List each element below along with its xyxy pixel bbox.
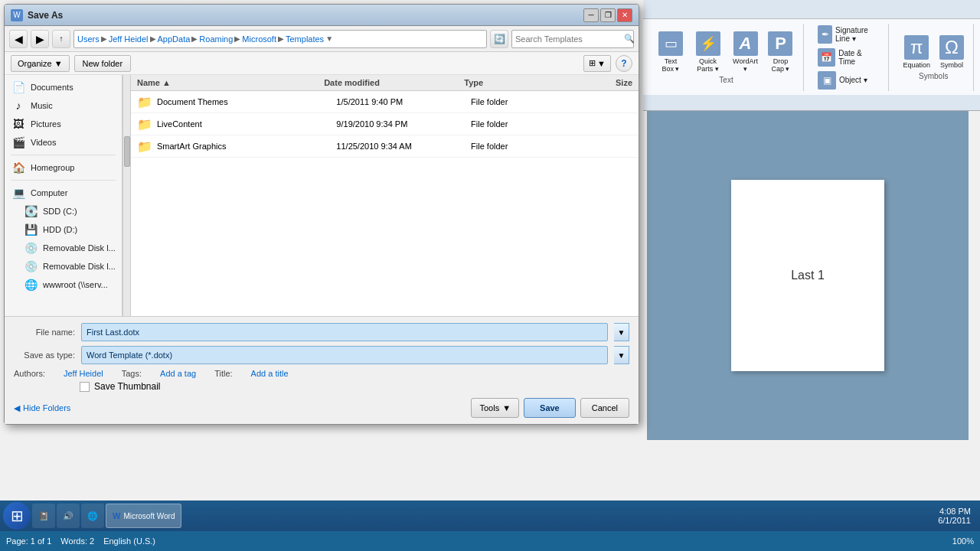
table-row[interactable]: 📁 SmartArt Graphics 11/25/2010 9:34 AM F… <box>131 135 639 158</box>
thumbnail-checkbox[interactable] <box>80 382 90 392</box>
title-value[interactable]: Add a title <box>251 369 289 378</box>
taskbar-clock: 4:08 PM 6/1/2011 <box>932 507 977 525</box>
back-button[interactable]: ◀ <box>9 30 28 48</box>
sidebar-item-pictures[interactable]: 🖼 Pictures <box>5 115 122 133</box>
sidebar-item-documents[interactable]: 📄 Documents <box>5 78 122 96</box>
quick-parts-button[interactable]: ⚡ Quick Parts ▾ <box>689 30 727 74</box>
savetype-input[interactable] <box>81 346 608 364</box>
status-bar: Page: 1 of 1 Words: 2 English (U.S.) 100… <box>0 531 980 551</box>
search-input[interactable] <box>515 34 621 44</box>
dialog-title-icon: W <box>11 9 23 21</box>
removable1-icon: 💿 <box>23 242 38 254</box>
filename-label: File name: <box>14 328 75 337</box>
wordart-label: WordArt ▾ <box>733 57 758 73</box>
sidebar-item-homegroup[interactable]: 🏠 Homegroup <box>5 158 122 177</box>
up-button[interactable]: ↑ <box>52 30 70 48</box>
sidebar-item-hdd[interactable]: 💾 HDD (D:) <box>5 220 122 239</box>
breadcrumb: Users ▶ Jeff Heidel ▶ AppData ▶ Roaming … <box>74 30 487 48</box>
word-taskbar-label: Microsoft Word <box>123 512 175 520</box>
tags-value[interactable]: Add a tag <box>160 369 196 378</box>
breadcrumb-jeff[interactable]: Jeff Heidel <box>109 34 149 44</box>
taskbar-item-2[interactable]: 🔊 <box>57 504 80 528</box>
col-name-header[interactable]: Name ▲ <box>137 78 324 87</box>
taskbar-item-3[interactable]: 🌐 <box>81 504 104 528</box>
sidebar-item-videos[interactable]: 🎬 Videos <box>5 133 122 152</box>
view-button[interactable]: ⊞ ▼ <box>583 55 611 72</box>
equation-button[interactable]: π Equation <box>900 34 933 70</box>
sidebar-item-music[interactable]: ♪ Music <box>5 96 122 115</box>
table-row[interactable]: 📁 Document Themes 1/5/2011 9:40 PM File … <box>131 91 639 113</box>
breadcrumb-users[interactable]: Users <box>77 34 100 44</box>
ribbon: ▭ Text Box ▾ ⚡ Quick Parts ▾ A WordArt ▾… <box>643 0 980 111</box>
left-panel-container: 📄 Documents ♪ Music 🖼 Pictures 🎬 Videos <box>5 75 131 316</box>
new-folder-button[interactable]: New folder <box>74 55 132 72</box>
clock-date: 6/1/2011 <box>938 516 971 525</box>
authors-value[interactable]: Jeff Heidel <box>64 369 103 378</box>
meta-row: Authors: Jeff Heidel Tags: Add a tag Tit… <box>14 369 629 378</box>
file-name-1: LiveContent <box>157 119 336 129</box>
tools-button[interactable]: Tools ▼ <box>471 398 519 418</box>
breadcrumb-templates[interactable]: Templates <box>286 34 324 44</box>
tags-label: Tags: <box>122 369 142 378</box>
object-button[interactable]: ▣ Object ▾ <box>815 70 882 91</box>
date-time-label: Date & Time <box>838 49 879 66</box>
restore-button[interactable]: ❐ <box>600 8 616 22</box>
signature-line-button[interactable]: ✒ Signature Line ▾ <box>815 24 882 45</box>
file-type-1: File folder <box>471 119 560 129</box>
object-label: Object ▾ <box>839 76 867 84</box>
pictures-icon: 🖼 <box>11 118 26 130</box>
dialog-bottom: File name: ▼ Save as type: ▼ Authors: Je… <box>5 316 639 424</box>
wordart-button[interactable]: A WordArt ▾ <box>730 30 761 74</box>
left-separator-1 <box>11 155 116 155</box>
left-scrollbar-thumb[interactable] <box>124 136 130 167</box>
forward-button[interactable]: ▶ <box>31 30 49 48</box>
col-date-header[interactable]: Date modified <box>324 78 464 87</box>
filename-dropdown-arrow[interactable]: ▼ <box>614 323 629 341</box>
hide-folders-button[interactable]: ◀ Hide Folders <box>14 403 70 413</box>
drop-cap-label: Drop Cap ▾ <box>767 57 794 73</box>
refresh-button[interactable]: 🔄 <box>490 30 508 48</box>
start-button[interactable]: ⊞ <box>3 502 31 530</box>
date-time-button[interactable]: 📅 Date & Time <box>815 47 882 68</box>
save-button[interactable]: Save <box>524 398 576 418</box>
minimize-button[interactable]: ─ <box>583 8 599 22</box>
sidebar-item-removable2[interactable]: 💿 Removable Disk l... <box>5 257 122 276</box>
breadcrumb-appdata[interactable]: AppData <box>158 34 191 44</box>
file-name-0: Document Themes <box>157 97 336 106</box>
quick-parts-label: Quick Parts ▾ <box>692 57 724 73</box>
thumbnail-row: Save Thumbnail <box>14 381 629 392</box>
action-row: ◀ Hide Folders Tools ▼ Save Cancel <box>14 398 629 418</box>
symbol-label: Symbol <box>940 61 963 69</box>
cancel-button[interactable]: Cancel <box>580 398 629 418</box>
title-label: Title: <box>214 369 232 378</box>
table-row[interactable]: 📁 LiveContent 9/19/2010 9:34 PM File fol… <box>131 113 639 135</box>
authors-label: Authors: <box>14 369 45 378</box>
help-button[interactable]: ? <box>616 55 632 72</box>
col-size-header[interactable]: Size <box>557 78 632 87</box>
save-as-dialog: W Save As ─ ❐ ✕ ◀ ▶ ↑ Users ▶ Jeff Heide… <box>4 4 639 425</box>
col-type-header[interactable]: Type <box>464 78 557 87</box>
dialog-title-text: Save As <box>28 10 582 21</box>
sidebar-item-computer[interactable]: 💻 Computer <box>5 184 122 202</box>
sidebar-item-removable1[interactable]: 💿 Removable Disk l... <box>5 239 122 257</box>
drop-cap-button[interactable]: P Drop Cap ▾ <box>764 30 797 74</box>
taskbar-item-word[interactable]: W Microsoft Word <box>106 504 181 528</box>
organize-button[interactable]: Organize ▼ <box>11 55 70 72</box>
file-list-header: Name ▲ Date modified Type Size <box>131 75 639 91</box>
sidebar-item-sdd[interactable]: 💽 SDD (C:) <box>5 202 122 220</box>
text-box-button[interactable]: ▭ Text Box ▾ <box>655 30 686 74</box>
breadcrumb-microsoft[interactable]: Microsoft <box>242 34 276 44</box>
taskbar-icon-2: 🔊 <box>63 511 74 521</box>
close-button[interactable]: ✕ <box>617 8 632 22</box>
left-scrollbar[interactable] <box>122 75 130 316</box>
search-icon: 🔍 <box>624 34 635 44</box>
symbol-button[interactable]: Ω Symbol <box>936 34 967 70</box>
clock-time: 4:08 PM <box>938 507 971 516</box>
breadcrumb-roaming[interactable]: Roaming <box>199 34 233 44</box>
music-icon: ♪ <box>11 99 26 112</box>
filename-input[interactable] <box>81 323 608 341</box>
sidebar-item-wwwroot[interactable]: 🌐 wwwroot (\\serv... <box>5 276 122 294</box>
taskbar-item-1[interactable]: 📓 <box>32 504 55 528</box>
savetype-dropdown-arrow[interactable]: ▼ <box>614 346 629 364</box>
savetype-label: Save as type: <box>14 350 75 360</box>
